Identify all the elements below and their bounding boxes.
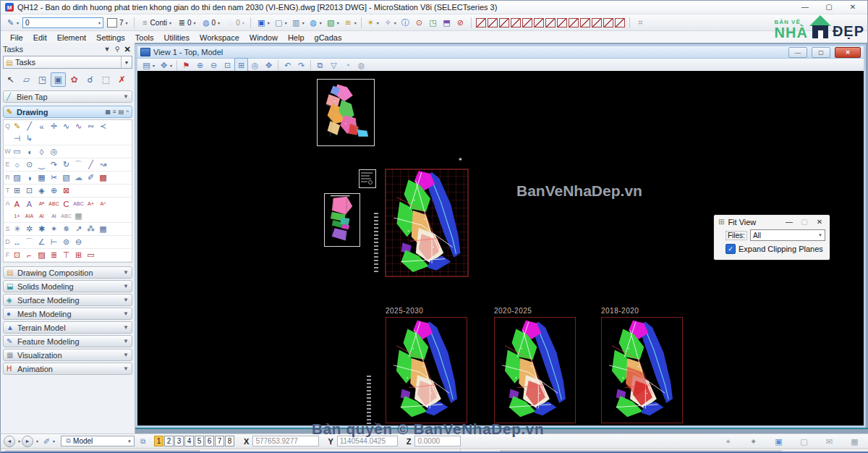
place-smartline[interactable]: ✎ <box>11 120 23 132</box>
zoom-in-icon[interactable]: ⊕ <box>193 58 207 72</box>
fence-tool-4[interactable] <box>511 18 521 27</box>
dialog-close-button[interactable]: ✕ <box>814 218 825 226</box>
modify-tools-icon[interactable]: ⬚ <box>98 72 114 87</box>
menu-settings[interactable]: Settings <box>91 33 130 42</box>
place-helix[interactable]: ↳ <box>23 132 35 145</box>
acs-icon[interactable]: ✧▾ <box>381 15 399 30</box>
tasks-status-icon[interactable]: ▦ <box>848 434 861 449</box>
fence-tool-11[interactable] <box>592 18 602 27</box>
delete-element-icon[interactable]: ⊘ <box>454 15 467 30</box>
view-toggle-8[interactable]: 8 <box>225 436 234 446</box>
fence-tools-icon[interactable]: ▱ <box>19 72 34 87</box>
element-class-picker[interactable]: ◍ 0▾ <box>200 15 223 30</box>
spell-checker[interactable]: ABC <box>48 198 60 210</box>
fence-tool-6[interactable] <box>534 18 544 27</box>
analyze-icon[interactable]: ⊙ <box>412 15 426 30</box>
menu-edit[interactable]: Edit <box>28 33 52 42</box>
menu-element[interactable]: Element <box>52 33 91 42</box>
chevron-down-icon[interactable]: ▼ <box>121 56 132 68</box>
project-active-point[interactable]: ✱ <box>35 223 48 235</box>
dimension-arc[interactable]: ⌒ <box>23 236 35 248</box>
view-minimize-button[interactable]: — <box>788 47 807 58</box>
replace-cell[interactable]: ⊠ <box>60 185 72 197</box>
menu-workspace[interactable]: Workspace <box>195 33 244 42</box>
element-information-icon[interactable]: ⓘ <box>399 15 412 30</box>
create-drawing-boundary[interactable]: ⊡ <box>11 249 23 261</box>
multiple-points[interactable]: ⁂ <box>85 223 97 235</box>
fit-view-icon[interactable]: ⊞ <box>234 58 248 72</box>
groups-tools-icon[interactable]: ☌ <box>82 72 98 87</box>
word-processor[interactable]: ▦ <box>72 210 85 222</box>
change-attributes-icon[interactable]: ✿ <box>67 72 82 87</box>
change-text-attributes[interactable]: AI <box>35 210 48 222</box>
place-circle[interactable]: ○ <box>11 158 23 171</box>
view-toggle-6[interactable]: 6 <box>205 436 214 446</box>
fence-tool-2[interactable] <box>488 18 498 27</box>
fence-tool-1[interactable] <box>476 18 486 27</box>
menu-help[interactable]: Help <box>283 33 310 42</box>
title-bar[interactable]: M QH12 - Ban do dinh huong phat trien kh… <box>1 1 867 14</box>
attach-reference[interactable]: ⊞ <box>72 249 85 261</box>
list-view-icon[interactable]: ≡ <box>113 109 116 115</box>
view-previous-icon[interactable]: ↶ <box>281 58 294 72</box>
select-and-place-cell[interactable]: ◈ <box>35 185 48 197</box>
view-1-titlebar[interactable]: View 1 - Top, Model — ▢ ✕ <box>137 46 864 59</box>
place-callout[interactable]: ⊤ <box>60 249 72 261</box>
crosshatch-area[interactable]: ◑ <box>23 172 35 184</box>
view-rotation-icon[interactable]: ✐▾ <box>40 434 57 449</box>
show-pattern-attributes[interactable]: ▧ <box>60 172 72 184</box>
task-group-visualization[interactable]: ▦Visualization▼ <box>3 349 132 361</box>
view-toggle-7[interactable]: 7 <box>215 436 224 446</box>
element-selection-icon[interactable]: ↖ <box>3 72 18 87</box>
pan-view-icon[interactable]: ✥ <box>262 58 276 72</box>
match-pattern-attributes[interactable]: ☁ <box>72 172 85 184</box>
copy-increment-text[interactable]: A+ <box>85 198 97 210</box>
clip-volume-icon[interactable]: ▽ <box>327 58 341 72</box>
place-ellipse[interactable]: ⊙ <box>23 158 35 171</box>
point-at-distance[interactable]: ↗ <box>72 223 85 235</box>
fence-tool-7[interactable] <box>545 18 556 27</box>
task-group-surface-modeling[interactable]: ◈Surface Modeling▼ <box>3 294 132 306</box>
collapse-icon[interactable]: ^ <box>126 109 129 115</box>
modify-arc-axis[interactable]: ↝ <box>97 158 109 171</box>
view-close-button[interactable]: ✕ <box>835 47 861 58</box>
point-grid[interactable]: ▦ <box>97 223 109 235</box>
snap-mode-icon[interactable]: ⌖ <box>721 434 735 449</box>
view-control-icon[interactable]: ▣ <box>51 72 66 87</box>
reference-clip[interactable]: ▭ <box>85 249 97 261</box>
tasks-combobox[interactable]: ▤ Tasks ▼ <box>3 56 132 69</box>
delete-element-icon[interactable]: ✗ <box>114 72 129 87</box>
markup-icon[interactable]: ◳ <box>426 15 440 30</box>
modify-arc-angle[interactable]: ↻ <box>60 158 72 171</box>
view-maximize-button[interactable]: ▢ <box>812 47 830 58</box>
attach-detail[interactable]: ▨ <box>35 249 48 261</box>
messages-icon[interactable]: ✉ <box>822 434 836 449</box>
place-cell-matrix[interactable]: ⊡ <box>23 185 35 197</box>
point-clouds-icon[interactable]: ◍▾ <box>307 15 324 30</box>
construct-points-along[interactable]: ✵ <box>60 223 72 235</box>
view-canvas[interactable]: ✶ BanVeNhaDep.vn 2025-2030 2020-2025 201… <box>137 71 864 426</box>
dgn-status-icon[interactable]: ▢ <box>797 434 811 449</box>
expand-clipping-planes-checkbox[interactable]: ✓ <box>726 244 736 254</box>
element-styles-icon[interactable]: ≋▾ <box>341 15 359 30</box>
delete-pattern[interactable]: ▩ <box>97 172 109 184</box>
view-toggle-5[interactable]: 5 <box>195 436 204 446</box>
references-icon[interactable]: ▥▾ <box>289 15 307 30</box>
place-fitted-curve[interactable]: ⊣ <box>11 132 23 145</box>
update-text[interactable]: AI <box>48 210 60 222</box>
task-group-bien-tap[interactable]: ╱ Bien Tap ▼ <box>3 90 132 103</box>
snaps-icon[interactable]: ✶▾ <box>364 15 381 30</box>
task-group-drawing-composition[interactable]: ▤Drawing Composition▼ <box>3 266 132 279</box>
view-tools-icon[interactable]: ✥▾ <box>157 58 174 72</box>
fit-view-titlebar[interactable]: ⊞ Fit View — ▢ ✕ <box>714 215 830 229</box>
view-flag-icon[interactable]: ⚑ <box>179 58 193 72</box>
text-styles[interactable]: ABC <box>60 210 72 222</box>
files-dropdown[interactable]: All ▼ <box>750 229 825 241</box>
rotate-view-icon[interactable]: ◎ <box>248 58 262 72</box>
place-drawing-title[interactable]: ⌐ <box>23 249 35 261</box>
panel-menu-icon[interactable]: ▼ <box>102 46 112 53</box>
sheet-composition[interactable]: ≣ <box>48 249 60 261</box>
match-text-attributes[interactable]: AIA <box>23 210 35 222</box>
active-line-weight-picker[interactable]: ≣ 0▾ <box>175 15 198 30</box>
tasks-panel-header[interactable]: Tasks ▼ ⚲ ✕ <box>3 44 132 54</box>
